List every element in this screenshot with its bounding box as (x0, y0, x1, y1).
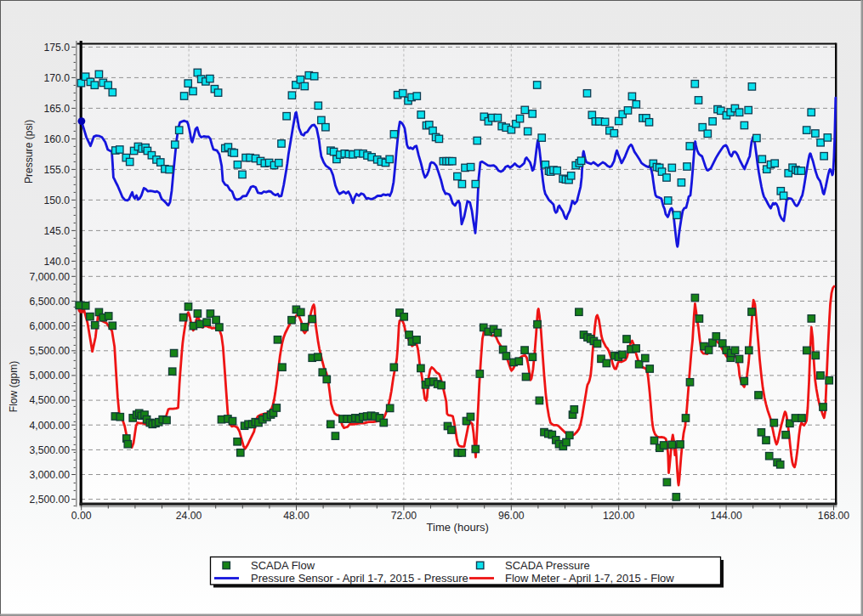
svg-text:Pressure (psi): Pressure (psi) (24, 120, 36, 184)
svg-text:140.0: 140.0 (44, 256, 71, 268)
svg-text:3,500.00: 3,500.00 (30, 444, 71, 456)
svg-text:168.00: 168.00 (818, 510, 849, 522)
svg-text:4,500.00: 4,500.00 (30, 394, 71, 406)
svg-text:155.0: 155.0 (44, 164, 71, 176)
svg-text:24.00: 24.00 (176, 510, 202, 522)
svg-text:SCADA Pressure: SCADA Pressure (505, 559, 590, 572)
svg-text:160.0: 160.0 (44, 133, 71, 145)
svg-text:5,000.00: 5,000.00 (30, 370, 71, 381)
svg-text:6,000.00: 6,000.00 (30, 320, 71, 332)
svg-text:96.00: 96.00 (498, 510, 525, 522)
svg-text:72.00: 72.00 (391, 510, 417, 522)
svg-text:SCADA Flow: SCADA Flow (251, 559, 315, 572)
svg-text:0.00: 0.00 (71, 510, 92, 522)
svg-text:Flow Meter - April 1-7, 2015 -: Flow Meter - April 1-7, 2015 - Flow (505, 572, 674, 585)
svg-text:170.0: 170.0 (44, 72, 71, 84)
svg-text:5,500.00: 5,500.00 (30, 345, 71, 357)
svg-text:7,000.00: 7,000.00 (30, 271, 71, 283)
svg-text:145.0: 145.0 (44, 225, 71, 237)
svg-text:2,500.00: 2,500.00 (30, 494, 71, 506)
svg-text:Flow (gpm): Flow (gpm) (8, 361, 20, 412)
svg-text:144.00: 144.00 (710, 510, 741, 522)
svg-text:6,500.00: 6,500.00 (30, 296, 71, 308)
svg-text:175.0: 175.0 (44, 42, 71, 54)
svg-text:165.0: 165.0 (44, 103, 71, 115)
svg-text:150.0: 150.0 (44, 195, 71, 206)
svg-text:120.00: 120.00 (603, 510, 634, 522)
svg-text:Pressure Sensor - April 1-7, 2: Pressure Sensor - April 1-7, 2015 - Pres… (251, 572, 468, 585)
svg-text:3,000.00: 3,000.00 (30, 469, 71, 481)
svg-text:4,000.00: 4,000.00 (30, 420, 71, 432)
svg-text:48.00: 48.00 (283, 510, 309, 522)
svg-text:Time (hours): Time (hours) (427, 521, 489, 534)
